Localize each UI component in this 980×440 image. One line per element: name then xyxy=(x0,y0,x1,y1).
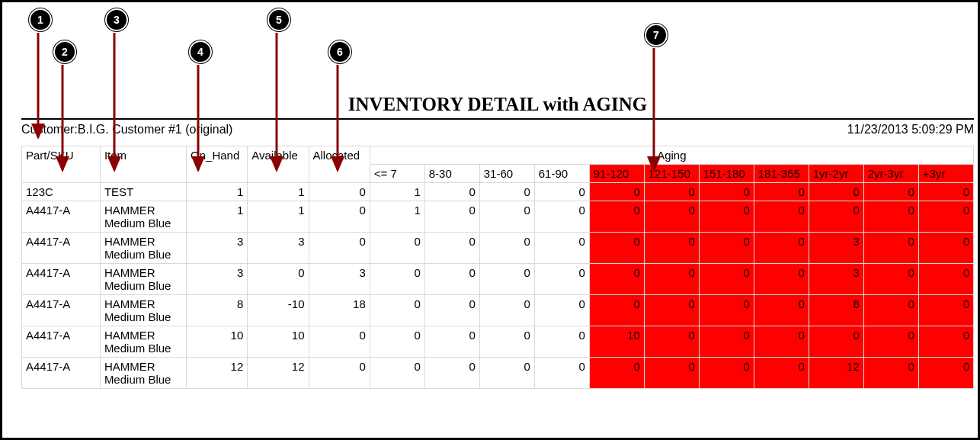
cell-aging: 0 xyxy=(754,233,809,264)
inventory-table: Part/SKU Item On_Hand Available Allocate… xyxy=(21,146,974,389)
cell-aging: 0 xyxy=(370,358,424,389)
cell-aging: 0 xyxy=(589,358,644,389)
cell-item: HAMMER Medium Blue xyxy=(100,295,186,326)
cell-aging: 0 xyxy=(479,326,534,358)
cell-aging: 0 xyxy=(754,201,809,233)
cell-part: 123C xyxy=(22,183,101,201)
cell-aging: 0 xyxy=(589,295,644,326)
cell-part: A4417-A xyxy=(22,326,101,358)
cell-aging: 0 xyxy=(863,201,918,233)
cell-aging: 12 xyxy=(809,358,863,389)
cell-aging: 0 xyxy=(424,358,479,389)
cell-aging: 3 xyxy=(809,233,863,264)
col-aging-bucket: 1yr-2yr xyxy=(809,165,863,183)
table-row: A4417-AHAMMER Medium Blue8-1018000000008… xyxy=(22,295,974,326)
cell-available: 10 xyxy=(248,326,309,358)
cell-aging: 0 xyxy=(534,233,589,264)
cell-aging: 8 xyxy=(809,295,863,326)
customer-label: Customer: xyxy=(21,123,78,136)
cell-aging: 0 xyxy=(918,233,973,264)
cell-aging: 1 xyxy=(370,201,424,233)
table-row: A4417-AHAMMER Medium Blue121200000000012… xyxy=(22,358,974,389)
cell-aging: 0 xyxy=(589,201,644,233)
cell-onhand: 10 xyxy=(187,326,248,358)
cell-available: 12 xyxy=(248,358,309,389)
cell-allocated: 3 xyxy=(309,264,370,295)
cell-aging: 0 xyxy=(424,183,479,201)
cell-aging: 0 xyxy=(479,233,534,264)
customer-name: B.I.G. Customer #1 (original) xyxy=(78,123,233,136)
cell-aging: 0 xyxy=(863,358,918,389)
cell-aging: 0 xyxy=(863,183,918,201)
cell-allocated: 0 xyxy=(309,358,370,389)
cell-aging: 0 xyxy=(370,264,424,295)
cell-allocated: 0 xyxy=(309,183,370,201)
cell-aging: 0 xyxy=(699,358,754,389)
cell-aging: 0 xyxy=(863,233,918,264)
table-row: A4417-AHAMMER Medium Blue101000000100000… xyxy=(22,326,974,358)
cell-aging: 0 xyxy=(863,264,918,295)
cell-allocated: 0 xyxy=(309,326,370,358)
cell-part: A4417-A xyxy=(22,295,101,326)
cell-onhand: 3 xyxy=(187,233,248,264)
cell-aging: 0 xyxy=(809,326,863,358)
cell-aging: 0 xyxy=(863,295,918,326)
cell-aging: 0 xyxy=(424,201,479,233)
col-onhand: On_Hand xyxy=(187,146,248,183)
cell-aging: 0 xyxy=(534,326,589,358)
report-title: INVENTORY DETAIL with AGING xyxy=(21,94,974,115)
cell-onhand: 8 xyxy=(187,295,248,326)
cell-aging: 0 xyxy=(424,233,479,264)
cell-aging: 0 xyxy=(699,264,754,295)
cell-aging: 0 xyxy=(809,201,863,233)
col-aging-bucket: +3yr xyxy=(918,165,973,183)
cell-aging: 0 xyxy=(918,264,973,295)
cell-aging: 0 xyxy=(699,201,754,233)
col-aging-bucket: 151-180 xyxy=(699,165,754,183)
cell-aging: 0 xyxy=(534,358,589,389)
cell-allocated: 0 xyxy=(309,201,370,233)
cell-available: 1 xyxy=(248,201,309,233)
cell-aging: 0 xyxy=(424,264,479,295)
col-aging-group: Aging xyxy=(370,146,973,165)
cell-aging: 0 xyxy=(918,183,973,201)
cell-aging: 10 xyxy=(589,326,644,358)
cell-aging: 0 xyxy=(699,295,754,326)
cell-onhand: 12 xyxy=(187,358,248,389)
cell-aging: 0 xyxy=(754,264,809,295)
cell-allocated: 0 xyxy=(309,233,370,264)
col-aging-bucket: 8-30 xyxy=(424,165,479,183)
table-row: A4417-AHAMMER Medium Blue33000000000300 xyxy=(22,233,974,264)
customer-line: Customer:B.I.G. Customer #1 (original) xyxy=(21,123,232,136)
cell-available: 3 xyxy=(248,233,309,264)
cell-aging: 0 xyxy=(644,295,699,326)
cell-aging: 0 xyxy=(699,233,754,264)
col-available: Available xyxy=(248,146,309,183)
cell-aging: 0 xyxy=(424,295,479,326)
cell-aging: 0 xyxy=(534,201,589,233)
cell-aging: 0 xyxy=(644,358,699,389)
cell-aging: 0 xyxy=(644,183,699,201)
table-body: 123CTEST11010000000000A4417-AHAMMER Medi… xyxy=(22,183,974,389)
cell-aging: 0 xyxy=(809,183,863,201)
cell-aging: 0 xyxy=(534,264,589,295)
cell-item: HAMMER Medium Blue xyxy=(100,201,186,233)
cell-aging: 0 xyxy=(589,233,644,264)
cell-aging: 0 xyxy=(534,183,589,201)
cell-aging: 0 xyxy=(370,233,424,264)
cell-aging: 0 xyxy=(479,201,534,233)
cell-aging: 0 xyxy=(644,233,699,264)
cell-aging: 0 xyxy=(918,326,973,358)
cell-aging: 0 xyxy=(754,295,809,326)
cell-allocated: 18 xyxy=(309,295,370,326)
cell-aging: 0 xyxy=(754,183,809,201)
cell-aging: 0 xyxy=(589,264,644,295)
col-item: Item xyxy=(100,146,186,183)
cell-item: HAMMER Medium Blue xyxy=(100,264,186,295)
cell-part: A4417-A xyxy=(22,358,101,389)
cell-item: HAMMER Medium Blue xyxy=(100,233,186,264)
col-aging-bucket: <= 7 xyxy=(370,165,424,183)
cell-item: TEST xyxy=(100,183,186,201)
cell-available: -10 xyxy=(248,295,309,326)
col-part: Part/SKU xyxy=(22,146,101,183)
